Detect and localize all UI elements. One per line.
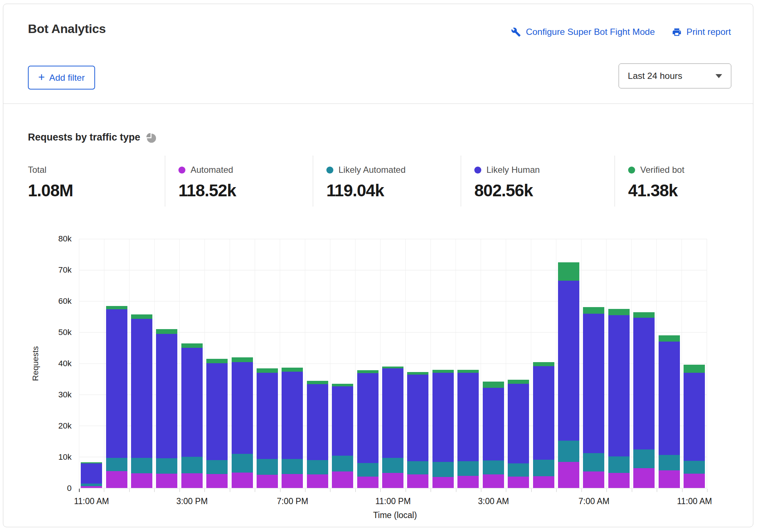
bar-segment-automated[interactable] — [457, 476, 479, 488]
bar-segment-automated[interactable] — [583, 471, 604, 488]
stacked-bar[interactable] — [659, 335, 680, 488]
bar-segment-likely-automated[interactable] — [156, 458, 177, 474]
bar-segment-verified-bot[interactable] — [483, 382, 504, 388]
bar-segment-likely-automated[interactable] — [483, 460, 504, 474]
bar-segment-likely-automated[interactable] — [558, 441, 579, 462]
print-report-link[interactable]: Print report — [672, 27, 731, 37]
bar-segment-automated[interactable] — [282, 474, 303, 488]
stacked-bar[interactable] — [332, 384, 353, 488]
bar-segment-likely-automated[interactable] — [106, 458, 127, 471]
bar-segment-verified-bot[interactable] — [206, 359, 228, 363]
bar-segment-automated[interactable] — [407, 474, 428, 488]
bar-segment-likely-automated[interactable] — [257, 459, 278, 475]
bar-segment-likely-automated[interactable] — [407, 461, 428, 475]
stacked-bar[interactable] — [483, 382, 504, 488]
bar-segment-automated[interactable] — [181, 473, 203, 488]
bar-segment-likely-human[interactable] — [332, 386, 353, 456]
stacked-bar[interactable] — [81, 462, 102, 488]
bar-segment-likely-human[interactable] — [684, 373, 705, 461]
bar-segment-verified-bot[interactable] — [282, 368, 303, 372]
bar-segment-verified-bot[interactable] — [181, 343, 203, 348]
bar-segment-likely-automated[interactable] — [533, 460, 554, 476]
add-filter-button[interactable]: + Add filter — [28, 66, 95, 90]
bar-segment-likely-automated[interactable] — [357, 463, 378, 477]
stacked-bar[interactable] — [684, 365, 705, 488]
bar-segment-verified-bot[interactable] — [156, 329, 177, 334]
stacked-bar[interactable] — [382, 367, 403, 488]
bar-segment-automated[interactable] — [483, 474, 504, 488]
bar-segment-automated[interactable] — [131, 473, 152, 488]
bar-segment-likely-human[interactable] — [407, 375, 428, 461]
bar-segment-likely-automated[interactable] — [382, 458, 403, 473]
configure-super-bot-fight-mode-link[interactable]: Configure Super Bot Fight Mode — [511, 27, 655, 37]
bar-segment-likely-human[interactable] — [81, 463, 102, 484]
bar-segment-automated[interactable] — [232, 473, 253, 488]
bar-segment-likely-automated[interactable] — [583, 453, 604, 471]
bar-segment-verified-bot[interactable] — [131, 314, 152, 319]
bar-segment-automated[interactable] — [106, 471, 127, 488]
bar-segment-likely-human[interactable] — [483, 388, 504, 460]
bar-segment-automated[interactable] — [633, 468, 655, 488]
bar-segment-likely-human[interactable] — [257, 373, 278, 459]
bar-segment-automated[interactable] — [332, 471, 353, 488]
stacked-bar[interactable] — [508, 380, 529, 488]
bar-segment-likely-automated[interactable] — [282, 459, 303, 474]
stacked-bar[interactable] — [407, 372, 428, 488]
bar-segment-automated[interactable] — [508, 477, 529, 488]
stacked-bar[interactable] — [583, 307, 604, 488]
bar-segment-likely-automated[interactable] — [608, 456, 630, 473]
bar-segment-automated[interactable] — [307, 474, 328, 488]
stacked-bar[interactable] — [357, 370, 378, 488]
bar-segment-likely-human[interactable] — [533, 366, 554, 460]
bar-segment-verified-bot[interactable] — [508, 380, 529, 384]
bar-segment-verified-bot[interactable] — [232, 357, 253, 362]
bar-segment-likely-human[interactable] — [357, 373, 378, 463]
stacked-bar[interactable] — [633, 312, 655, 488]
bar-segment-likely-automated[interactable] — [81, 484, 102, 486]
bar-segment-likely-automated[interactable] — [432, 462, 454, 477]
bar-segment-automated[interactable] — [659, 470, 680, 488]
stacked-bar[interactable] — [307, 381, 328, 488]
bar-segment-verified-bot[interactable] — [407, 372, 428, 375]
bar-segment-likely-human[interactable] — [181, 348, 203, 457]
stacked-bar[interactable] — [282, 368, 303, 488]
bar-segment-verified-bot[interactable] — [357, 370, 378, 374]
bar-segment-automated[interactable] — [156, 474, 177, 488]
bar-segment-likely-automated[interactable] — [131, 458, 152, 473]
stacked-bar[interactable] — [131, 314, 152, 488]
bar-segment-likely-human[interactable] — [307, 384, 328, 460]
stacked-bar[interactable] — [181, 343, 203, 488]
bar-segment-verified-bot[interactable] — [659, 335, 680, 342]
bar-segment-verified-bot[interactable] — [432, 370, 454, 373]
stacked-bar[interactable] — [106, 306, 127, 488]
bar-segment-verified-bot[interactable] — [106, 306, 127, 309]
stacked-bar[interactable] — [533, 362, 554, 488]
bar-segment-likely-human[interactable] — [583, 314, 604, 453]
stacked-bar[interactable] — [457, 370, 479, 488]
bar-segment-automated[interactable] — [382, 473, 403, 488]
stacked-bar[interactable] — [206, 359, 228, 488]
bar-segment-verified-bot[interactable] — [257, 368, 278, 373]
stacked-bar[interactable] — [608, 309, 630, 488]
bar-segment-verified-bot[interactable] — [558, 262, 579, 281]
bar-segment-likely-automated[interactable] — [206, 460, 228, 474]
bar-segment-likely-human[interactable] — [382, 368, 403, 458]
bar-segment-likely-human[interactable] — [633, 318, 655, 450]
bar-segment-likely-human[interactable] — [432, 373, 454, 462]
bar-segment-likely-automated[interactable] — [332, 456, 353, 471]
bar-segment-likely-automated[interactable] — [659, 455, 680, 471]
bar-segment-verified-bot[interactable] — [457, 370, 479, 373]
bar-segment-automated[interactable] — [257, 475, 278, 488]
bar-segment-automated[interactable] — [357, 477, 378, 488]
bar-segment-automated[interactable] — [558, 462, 579, 488]
bar-segment-likely-human[interactable] — [106, 309, 127, 458]
bar-segment-automated[interactable] — [81, 486, 102, 488]
bar-segment-likely-human[interactable] — [659, 342, 680, 455]
bar-segment-verified-bot[interactable] — [633, 312, 655, 318]
bar-segment-verified-bot[interactable] — [684, 365, 705, 372]
bar-segment-likely-human[interactable] — [206, 363, 228, 460]
bar-segment-verified-bot[interactable] — [608, 309, 630, 315]
bar-segment-likely-automated[interactable] — [457, 461, 479, 476]
bar-segment-likely-automated[interactable] — [232, 454, 253, 473]
bar-segment-likely-human[interactable] — [156, 334, 177, 458]
